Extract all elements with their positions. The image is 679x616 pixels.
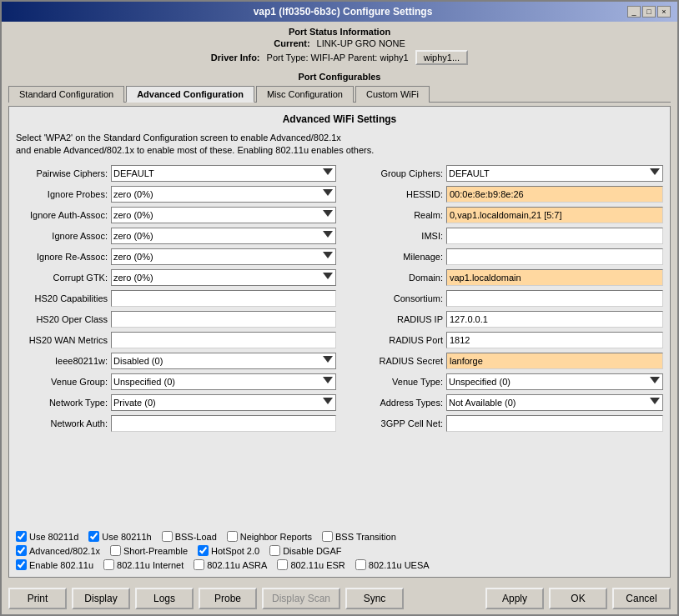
display-button[interactable]: Display: [72, 588, 130, 609]
ignore-reassoc-select[interactable]: zero (0%): [111, 248, 336, 265]
hs20-capabilities-input[interactable]: [111, 290, 336, 307]
checkboxes-section: Use 80211d Use 80211h BSS-Load Neighbor …: [16, 528, 663, 570]
hs20-oper-class-label: HS20 Oper Class: [16, 314, 108, 324]
consortium-row: Consortium:: [343, 289, 663, 308]
driver-label: Driver Info:: [211, 53, 260, 63]
radius-port-label: RADIUS Port: [343, 335, 443, 345]
hs20-oper-class-input[interactable]: [111, 311, 336, 328]
venue-group-select[interactable]: Unspecified (0): [111, 373, 336, 390]
neighbor-reports-checkbox[interactable]: [227, 531, 238, 542]
consortium-input[interactable]: [446, 290, 663, 307]
ignore-auth-assoc-row: Ignore Auth-Assoc: zero (0%): [16, 206, 336, 224]
ignore-auth-assoc-select[interactable]: zero (0%): [111, 207, 336, 223]
milenage-input[interactable]: [446, 248, 663, 265]
ignore-probes-select[interactable]: zero (0%): [111, 186, 336, 203]
maximize-button[interactable]: □: [642, 6, 656, 18]
use80211h-checkbox[interactable]: [88, 531, 99, 542]
80211u-uesa-label: 802.11u UESA: [369, 560, 430, 570]
imsi-input[interactable]: [446, 228, 663, 244]
address-types-select[interactable]: Not Available (0): [446, 394, 663, 411]
content-area: Port Status Information Current: LINK-UP…: [2, 22, 677, 583]
80211u-internet-label: 802.11u Internet: [117, 560, 184, 570]
current-label: Current:: [274, 38, 309, 48]
80211u-esr-item[interactable]: 802.11u ESR: [277, 559, 345, 570]
use80211d-checkbox[interactable]: [16, 531, 27, 542]
ignore-reassoc-row: Ignore Re-Assoc: zero (0%): [16, 248, 336, 266]
neighbor-reports-item[interactable]: Neighbor Reports: [227, 531, 312, 542]
pairwise-ciphers-select[interactable]: DEFAULT: [111, 165, 336, 182]
ieee80211w-select[interactable]: Disabled (0): [111, 353, 336, 369]
bss-transition-checkbox[interactable]: [322, 531, 333, 542]
ok-button[interactable]: OK: [549, 588, 607, 609]
print-button[interactable]: Print: [8, 588, 67, 609]
form-right-col: Group Ciphers: DEFAULT HESSID: Realm:: [343, 164, 663, 521]
wiphy-button[interactable]: wiphy1...: [415, 50, 468, 65]
group-ciphers-select[interactable]: DEFAULT: [446, 165, 663, 182]
80211u-uesa-item[interactable]: 802.11u UESA: [355, 559, 430, 570]
venue-type-select[interactable]: Unspecified (0): [446, 373, 663, 390]
close-button[interactable]: ×: [657, 6, 671, 18]
address-types-row: Address Types: Not Available (0): [343, 393, 663, 412]
enable80211u-item[interactable]: Enable 802.11u: [16, 559, 93, 570]
3gpp-cell-net-input[interactable]: [446, 415, 663, 432]
apply-button[interactable]: Apply: [485, 588, 544, 609]
80211u-esr-checkbox[interactable]: [277, 559, 288, 570]
corrupt-gtk-select[interactable]: zero (0%): [111, 269, 336, 286]
enable80211u-checkbox[interactable]: [16, 559, 27, 570]
port-status-section: Port Status Information Current: LINK-UP…: [8, 27, 671, 67]
milenage-row: Milenage:: [343, 248, 663, 266]
radius-port-input[interactable]: [446, 332, 663, 348]
hs20-wan-metrics-label: HS20 WAN Metrics: [16, 335, 108, 345]
80211u-uesa-checkbox[interactable]: [355, 559, 366, 570]
domain-row: Domain:: [343, 268, 663, 287]
80211u-internet-item[interactable]: 802.11u Internet: [103, 559, 184, 570]
hessid-label: HESSID:: [343, 189, 443, 199]
advanced8021x-item[interactable]: Advanced/802.1x: [16, 545, 100, 556]
tab-misc[interactable]: Misc Configuration: [256, 86, 354, 103]
display-scan-button[interactable]: Display Scan: [262, 588, 340, 609]
tab-standard[interactable]: Standard Configuration: [8, 86, 124, 103]
milenage-label: Milenage:: [343, 252, 443, 262]
short-preamble-checkbox[interactable]: [110, 545, 121, 556]
hotspot20-checkbox[interactable]: [198, 545, 209, 556]
network-auth-row: Network Auth:: [16, 414, 336, 433]
advanced8021x-label: Advanced/802.1x: [29, 546, 100, 556]
advanced8021x-checkbox[interactable]: [16, 545, 27, 556]
domain-input[interactable]: [446, 269, 663, 286]
80211u-internet-checkbox[interactable]: [103, 559, 114, 570]
network-auth-input[interactable]: [111, 415, 336, 432]
corrupt-gtk-row: Corrupt GTK: zero (0%): [16, 268, 336, 287]
disable-dgaf-item[interactable]: Disable DGAF: [269, 545, 341, 556]
cancel-button[interactable]: Cancel: [612, 588, 671, 609]
bss-transition-label: BSS Transition: [335, 532, 396, 542]
short-preamble-item[interactable]: Short-Preamble: [110, 545, 188, 556]
ignore-assoc-select[interactable]: zero (0%): [111, 228, 336, 244]
hs20-capabilities-row: HS20 Capabilities: [16, 289, 336, 308]
realm-input[interactable]: [446, 207, 663, 223]
bssload-checkbox[interactable]: [162, 531, 173, 542]
radius-ip-input[interactable]: [446, 311, 663, 328]
radius-secret-input[interactable]: [446, 353, 663, 369]
80211u-asra-checkbox[interactable]: [194, 559, 204, 570]
bss-transition-item[interactable]: BSS Transition: [322, 531, 396, 542]
hotspot20-item[interactable]: HotSpot 2.0: [198, 545, 259, 556]
ignore-assoc-label: Ignore Assoc:: [16, 231, 108, 241]
tab-custom-wifi[interactable]: Custom WiFi: [355, 86, 430, 103]
80211u-asra-item[interactable]: 802.11u ASRA: [194, 559, 267, 570]
venue-type-label: Venue Type:: [343, 377, 443, 387]
group-ciphers-label: Group Ciphers:: [343, 168, 443, 178]
logs-button[interactable]: Logs: [135, 588, 194, 609]
panel-title: Advanced WiFi Settings: [16, 113, 663, 125]
hs20-wan-metrics-input[interactable]: [111, 332, 336, 348]
use80211d-item[interactable]: Use 80211d: [16, 531, 78, 542]
bssload-item[interactable]: BSS-Load: [162, 531, 217, 542]
network-type-select[interactable]: Private (0): [111, 394, 336, 411]
disable-dgaf-checkbox[interactable]: [269, 545, 280, 556]
hessid-input[interactable]: [446, 186, 663, 203]
sync-button[interactable]: Sync: [345, 588, 404, 609]
advanced-panel: Advanced WiFi Settings Select 'WPA2' on …: [8, 106, 671, 578]
tab-advanced[interactable]: Advanced Configuration: [126, 86, 254, 103]
use80211h-item[interactable]: Use 80211h: [88, 531, 151, 542]
minimize-button[interactable]: _: [627, 6, 641, 18]
probe-button[interactable]: Probe: [199, 588, 257, 609]
